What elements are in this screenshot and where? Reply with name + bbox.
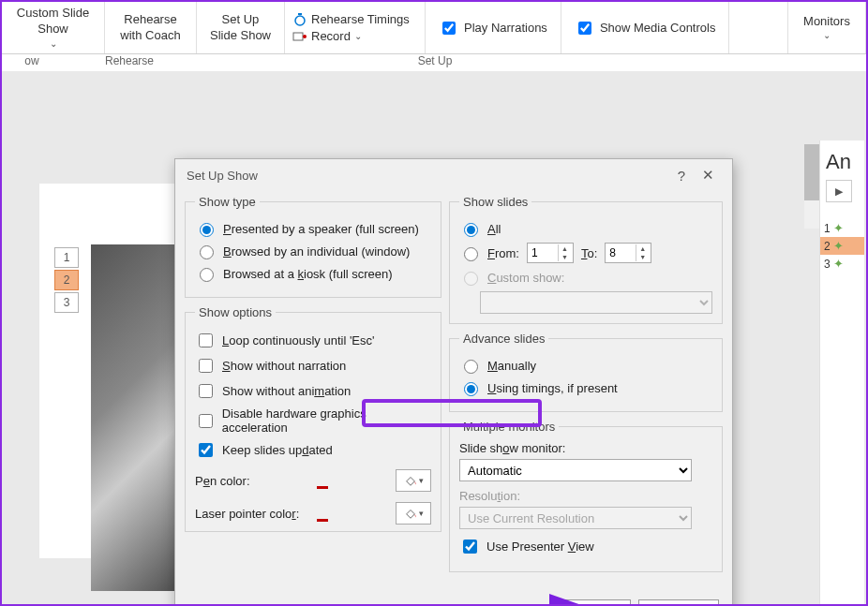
record-icon — [292, 29, 307, 44]
ribbon-group-labels: ow Rehearse Set Up — [2, 54, 866, 71]
dialog-titlebar: Set Up Show ? ✕ — [175, 159, 732, 191]
play-narrations-checkbox[interactable] — [442, 22, 456, 35]
ribbon-custom-slide-show[interactable]: Custom Slide Show ⌄ — [2, 2, 105, 53]
show-slides-group: Show slides All From: ▲▼ To: ▲▼ Custom s… — [449, 195, 723, 324]
slide-thumb-2[interactable]: 2 — [54, 270, 79, 290]
svg-rect-2 — [293, 33, 303, 40]
svg-point-0 — [295, 16, 305, 25]
custom-show-combo — [480, 291, 712, 314]
no-animation-check[interactable]: Show without animation — [195, 381, 431, 401]
slide-thumb-3[interactable]: 3 — [54, 292, 79, 313]
play-narrations-check[interactable]: Play Narrations — [439, 19, 547, 37]
star-icon: ✦ — [833, 221, 844, 235]
keep-updated-check[interactable]: Keep slides updated — [195, 440, 431, 460]
anim-item-3[interactable]: 3✦ — [820, 255, 864, 273]
set-up-show-dialog: Set Up Show ? ✕ Show type Presented by a… — [174, 158, 733, 606]
loop-check[interactable]: Loop continuously until 'Esc' — [195, 331, 431, 350]
scrollbar-thumb[interactable] — [804, 144, 819, 200]
slides-all[interactable]: All — [459, 220, 712, 237]
chevron-down-icon: ⌄ — [50, 37, 57, 50]
show-media-controls-check[interactable]: Show Media Controls — [575, 19, 716, 37]
show-slides-legend: Show slides — [459, 195, 531, 209]
disable-hw-check[interactable]: Disable hardware graphics acceleration — [195, 406, 431, 435]
edit-area: 1 2 3 Set Up Show ? ✕ Show type Presente… — [2, 71, 866, 606]
from-spinner[interactable]: ▲▼ — [527, 243, 574, 263]
advance-legend: Advance slides — [459, 332, 548, 346]
show-type-legend: Show type — [195, 195, 260, 209]
to-label: To: — [581, 246, 597, 260]
play-animation-button[interactable]: ▶ — [826, 180, 852, 202]
slide-monitor-combo[interactable]: Automatic — [459, 459, 692, 481]
dialog-right-column: Show slides All From: ▲▼ To: ▲▼ Custom s… — [449, 195, 723, 580]
ribbon-record-stack: Rehearse Timings Record ⌄ — [285, 2, 426, 53]
dialog-close-button[interactable]: ✕ — [695, 167, 721, 184]
dialog-buttons: OK Cancel — [550, 599, 719, 606]
animation-list: 1✦ 2✦ 3✦ — [820, 219, 864, 273]
ribbon-record[interactable]: Record ⌄ — [292, 29, 417, 44]
advance-slides-group: Advance slides Manually Using timings, i… — [449, 332, 723, 412]
ribbon-rehearse-timings[interactable]: Rehearse Timings — [292, 12, 417, 27]
ribbon-set-up-slide-show[interactable]: Set Up Slide Show — [197, 2, 285, 53]
paint-bucket-icon — [404, 474, 417, 487]
laser-color-label: Laser pointer color: — [195, 507, 299, 521]
pen-color-swatch — [317, 486, 328, 489]
show-options-legend: Show options — [195, 305, 276, 319]
show-type-speaker[interactable]: Presented by a speaker (full screen) — [195, 220, 431, 237]
resolution-label: Resolution: — [459, 489, 712, 503]
show-type-individual[interactable]: Browsed by an individual (window) — [195, 243, 431, 259]
to-spinner[interactable]: ▲▼ — [605, 243, 651, 263]
slide-thumbnails: 1 2 3 — [54, 247, 82, 315]
presenter-view-check[interactable]: Use Presenter View — [459, 537, 712, 556]
slides-custom: Custom show: — [459, 269, 712, 286]
resolution-combo: Use Current Resolution — [459, 507, 692, 529]
advance-manually[interactable]: Manually — [459, 357, 712, 374]
advance-timings[interactable]: Using timings, if present — [459, 379, 712, 396]
laser-color-swatch — [317, 519, 328, 522]
show-media-controls-checkbox[interactable] — [578, 22, 591, 35]
anim-item-2[interactable]: 2✦ — [820, 237, 864, 255]
star-icon: ✦ — [833, 239, 844, 253]
anim-item-1[interactable]: 1✦ — [820, 219, 864, 237]
slide-monitor-label: Slide show monitor: — [459, 441, 712, 455]
ok-button[interactable]: OK — [550, 599, 631, 606]
ribbon-media-checks: Show Media Controls — [561, 2, 730, 53]
chevron-down-icon: ⌄ — [823, 29, 831, 41]
paint-bucket-icon — [404, 507, 417, 520]
slides-from[interactable]: From: — [459, 244, 519, 261]
show-type-group: Show type Presented by a speaker (full s… — [185, 195, 441, 298]
svg-rect-1 — [298, 13, 302, 15]
chevron-down-icon: ⌄ — [354, 31, 362, 41]
dialog-title: Set Up Show — [187, 169, 258, 183]
animation-pane-title: An — [820, 140, 864, 180]
show-type-kiosk[interactable]: Browsed at a kiosk (full screen) — [195, 265, 431, 282]
animation-pane: An ▶ 1✦ 2✦ 3✦ — [819, 140, 864, 606]
timings-icon — [292, 12, 307, 27]
dialog-help-button[interactable]: ? — [668, 168, 695, 184]
no-narration-check[interactable]: Show without narration — [195, 356, 431, 376]
monitors-legend: Multiple monitors — [459, 420, 559, 434]
star-icon: ✦ — [833, 257, 844, 271]
slide-thumb-1[interactable]: 1 — [54, 247, 79, 268]
ribbon-setup-checks: Play Narrations — [426, 2, 561, 53]
cancel-button[interactable]: Cancel — [638, 599, 719, 606]
dialog-left-column: Show type Presented by a speaker (full s… — [185, 195, 441, 580]
ribbon: Custom Slide Show ⌄ Rehearse with Coach … — [2, 2, 866, 54]
pen-color-label: Pen color: — [195, 474, 250, 488]
svg-point-3 — [303, 35, 307, 38]
ribbon-monitors[interactable]: Monitors ⌄ — [787, 2, 866, 53]
multiple-monitors-group: Multiple monitors Slide show monitor: Au… — [449, 420, 723, 572]
vertical-scrollbar[interactable] — [804, 144, 819, 229]
show-options-group: Show options Loop continuously until 'Es… — [185, 305, 441, 532]
ribbon-rehearse-coach[interactable]: Rehearse with Coach — [105, 2, 197, 53]
